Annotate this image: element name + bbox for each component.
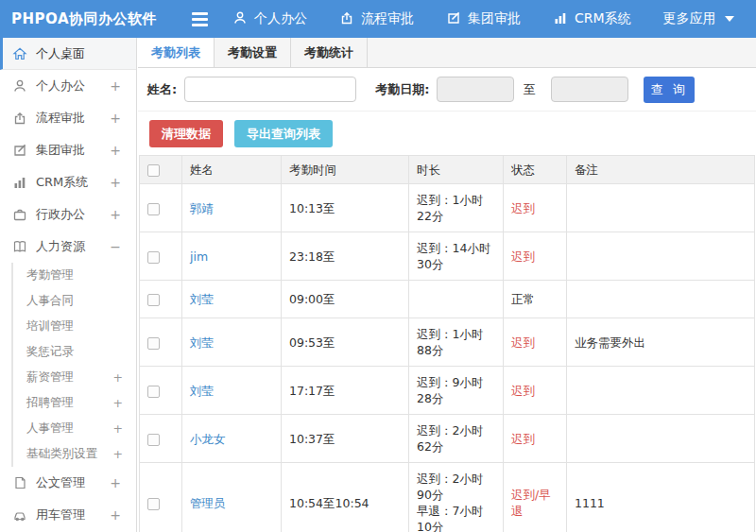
row-checkbox[interactable]: [147, 386, 160, 398]
sidebar-subitem-personnel-management[interactable]: 人事管理 +: [13, 416, 136, 441]
search-form: 姓名: 考勤日期: 至 查 询: [138, 68, 756, 112]
select-all-cell: [140, 156, 182, 184]
table-row: 管理员 10:54至10:54 迟到：2小时90分早退：7小时10分 迟到/早退…: [140, 463, 755, 532]
duration-text: 迟到：1小时22分: [409, 184, 504, 232]
main-content: 考勤列表 考勤设置 考勤统计 姓名: 考勤日期: 至 查 询 清理数据 导出查询…: [138, 38, 756, 532]
sidebar-item-group-approval[interactable]: 集团审批 +: [0, 134, 136, 166]
edit-icon: [12, 143, 27, 158]
expand-plus-icon[interactable]: +: [110, 143, 127, 158]
sidebar-subitem-base-category-settings[interactable]: 基础类别设置 +: [13, 441, 136, 467]
table-row: 小龙女 10:37至 迟到：2小时62分 迟到: [140, 415, 755, 463]
date-from-input[interactable]: [437, 77, 514, 102]
caret-down-icon: [725, 16, 734, 22]
duration-text: 迟到：2小时62分: [409, 415, 504, 463]
sidebar-subitem-salary-management[interactable]: 薪资管理 +: [13, 365, 136, 390]
sidebar-subitem-reward-punishment[interactable]: 奖惩记录: [13, 339, 136, 365]
sidebar-item-vehicle-management[interactable]: 用车管理 +: [0, 499, 136, 531]
duration-text: [409, 281, 504, 318]
table-actions: 清理数据 导出查询列表: [138, 112, 756, 155]
sidebar-item-admin-office[interactable]: 行政办公 +: [0, 198, 136, 231]
expand-plus-icon[interactable]: +: [110, 207, 127, 222]
note-text: [567, 415, 755, 463]
expand-plus-icon[interactable]: +: [110, 175, 127, 190]
sidebar-item-personal-office[interactable]: 个人办公 +: [0, 70, 136, 102]
expand-plus-icon[interactable]: +: [110, 78, 127, 94]
status-text: 迟到: [504, 415, 567, 463]
sidebar-item-human-resources[interactable]: 人力资源 −: [0, 231, 136, 263]
sidebar-subitem-recruitment-management[interactable]: 招聘管理 +: [13, 390, 136, 416]
note-text: [567, 367, 755, 415]
chart-icon: [553, 10, 568, 28]
attendance-time: 09:53至: [282, 318, 409, 367]
row-checkbox[interactable]: [147, 498, 160, 510]
employee-name-link[interactable]: 管理员: [190, 496, 226, 510]
hamburger-menu-icon[interactable]: [192, 12, 208, 26]
topnav-item-group-approval[interactable]: 集团审批: [446, 10, 521, 28]
sidebar-item-crm[interactable]: CRM系统 +: [0, 166, 136, 198]
sidebar-item-personal-desktop[interactable]: 个人桌面: [0, 38, 136, 70]
attendance-time: 17:17至: [282, 367, 409, 415]
duration-text: 迟到：14小时30分: [409, 232, 504, 281]
date-to-input[interactable]: [551, 77, 628, 102]
status-text: 迟到: [504, 232, 567, 281]
tab-attendance-list[interactable]: 考勤列表: [138, 38, 215, 67]
duration-text: 迟到：2小时90分早退：7小时10分: [409, 463, 504, 532]
expand-plus-icon[interactable]: +: [110, 111, 127, 126]
document-icon: [12, 475, 27, 490]
row-checkbox[interactable]: [147, 294, 160, 306]
table-row: 郭靖 10:13至 迟到：1小时22分 迟到: [140, 184, 755, 232]
tab-attendance-statistics[interactable]: 考勤统计: [291, 38, 368, 67]
expand-plus-icon[interactable]: +: [113, 421, 123, 436]
status-text: 迟到/早退: [504, 463, 567, 532]
book-icon: [12, 239, 27, 254]
collapse-minus-icon[interactable]: −: [110, 239, 127, 254]
tab-attendance-settings[interactable]: 考勤设置: [215, 38, 291, 67]
clean-data-button[interactable]: 清理数据: [149, 120, 223, 147]
row-checkbox[interactable]: [147, 251, 160, 264]
query-button[interactable]: 查 询: [644, 77, 695, 103]
row-checkbox[interactable]: [147, 337, 160, 350]
attendance-table: 姓名 考勤时间 时长 状态 备注 郭靖 10:13至 迟到：1小时22分 迟到 …: [139, 155, 755, 532]
header-status: 状态: [504, 156, 567, 184]
sidebar-subitem-training-management[interactable]: 培训管理: [13, 314, 136, 339]
attendance-time: 10:54至10:54: [282, 463, 409, 532]
expand-plus-icon[interactable]: +: [110, 507, 127, 523]
top-navigation: 个人办公 流程审批 集团审批 CRM系统 更多应用: [232, 10, 734, 28]
header-attendance-time: 考勤时间: [282, 156, 409, 184]
employee-name-link[interactable]: 刘莹: [190, 335, 214, 350]
header-duration: 时长: [409, 156, 504, 184]
app-title: PHPOA协同办公软件: [0, 10, 137, 28]
name-input[interactable]: [184, 77, 356, 102]
note-text: [567, 281, 755, 318]
flow-icon: [339, 10, 354, 28]
sidebar-item-document-management[interactable]: 公文管理 +: [0, 467, 136, 499]
sidebar-item-workflow-approval[interactable]: 流程审批 +: [0, 102, 136, 134]
employee-name-link[interactable]: jim: [190, 249, 208, 264]
topnav-item-personal-office[interactable]: 个人办公: [232, 10, 307, 28]
sidebar-subitem-attendance-management[interactable]: 考勤管理: [13, 263, 136, 288]
select-all-checkbox[interactable]: [147, 164, 160, 177]
topnav-item-more-apps[interactable]: 更多应用: [663, 10, 734, 27]
expand-plus-icon[interactable]: +: [110, 475, 127, 490]
topnav-item-workflow-approval[interactable]: 流程审批: [339, 10, 414, 28]
header-name: 姓名: [182, 156, 282, 184]
employee-name-link[interactable]: 小龙女: [190, 432, 226, 446]
sidebar-subitem-hr-contract[interactable]: 人事合同: [13, 288, 136, 314]
name-label: 姓名:: [147, 81, 177, 98]
attendance-date-label: 考勤日期:: [375, 81, 429, 98]
expand-plus-icon[interactable]: +: [113, 370, 123, 385]
employee-name-link[interactable]: 郭靖: [190, 201, 214, 215]
topnav-item-crm[interactable]: CRM系统: [553, 10, 631, 28]
chart-icon: [12, 175, 27, 190]
topbar: PHPOA协同办公软件 个人办公 流程审批 集团审批 CRM系统 更多应用: [0, 0, 756, 38]
table-row: 刘莹 09:53至 迟到：1小时88分 迟到 业务需要外出: [140, 318, 755, 367]
row-checkbox[interactable]: [147, 203, 160, 215]
employee-name-link[interactable]: 刘莹: [190, 384, 214, 398]
employee-name-link[interactable]: 刘莹: [190, 292, 214, 306]
expand-plus-icon[interactable]: +: [113, 396, 123, 410]
export-list-button[interactable]: 导出查询列表: [234, 120, 333, 147]
flow-icon: [12, 111, 27, 126]
row-checkbox[interactable]: [147, 434, 160, 446]
expand-plus-icon[interactable]: +: [113, 447, 123, 461]
hr-submenu: 考勤管理 人事合同 培训管理 奖惩记录 薪资管理 + 招聘管理 + 人事管理 +…: [11, 263, 136, 467]
